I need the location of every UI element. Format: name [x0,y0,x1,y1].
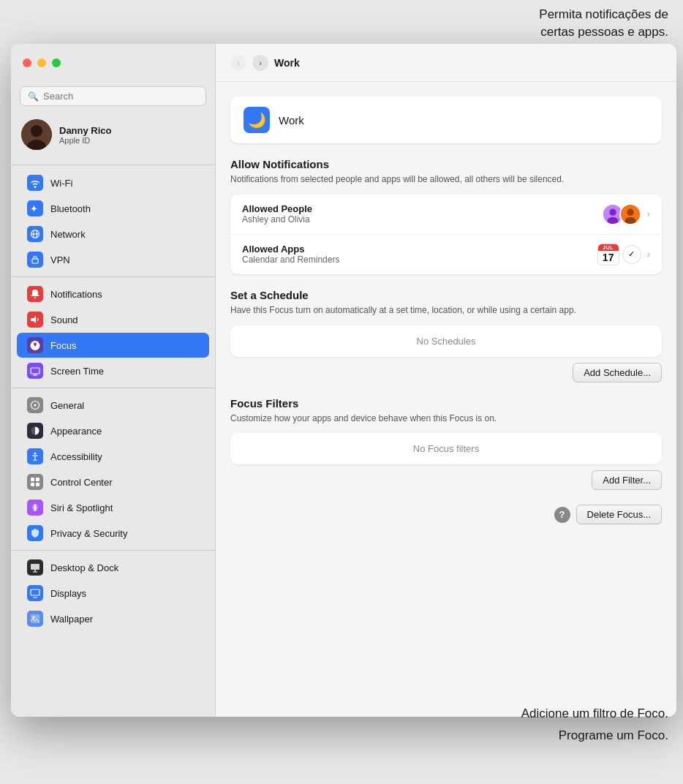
sidebar-item-appearance-label: Appearance [50,426,102,437]
svg-point-1 [31,125,42,137]
allowed-apps-right: JUL 17 ✓ › [597,244,650,265]
svg-point-13 [34,404,37,407]
no-filters-label: No Focus filters [230,433,662,464]
allowed-people-info: Allowed People Ashley and Olivia [242,203,602,225]
svg-rect-7 [32,259,38,263]
maximize-button[interactable] [52,59,61,67]
displays-icon [27,585,43,601]
minimize-button[interactable] [37,59,46,67]
svg-point-22 [34,504,36,511]
sidebar-item-desktop[interactable]: Desktop & Dock [17,555,209,580]
bluetooth-icon: ✦ [27,200,43,216]
sidebar-item-wallpaper[interactable]: Wallpaper [17,606,209,631]
add-filter-row: Add Filter... [230,470,662,490]
sidebar-item-network[interactable]: Network [17,222,209,246]
sidebar-item-bluetooth[interactable]: ✦Bluetooth [17,196,209,221]
allowed-apps-info: Allowed Apps Calendar and Reminders [242,244,597,265]
sidebar-item-notifications[interactable]: Notifications [17,282,209,306]
bottom-bar: ? Delete Focus... [230,505,662,524]
annotation-bottom: Adicione um filtro de Foco. Programe um … [521,703,668,747]
focus-icon [27,337,43,353]
annotation-add-filter: Adicione um filtro de Foco. [521,703,668,725]
help-button[interactable]: ? [554,507,570,523]
sidebar: 🔍 Danny Rico Apple ID Wi-Fi✦BluetoothNet… [11,44,216,717]
sidebar-item-appearance[interactable]: Appearance [17,418,209,443]
privacy-icon [27,525,43,541]
allowed-apps-sub: Calendar and Reminders [242,255,597,265]
sidebar-item-sound[interactable]: Sound [17,307,209,332]
cal-day: 17 [603,251,614,265]
cal-month: JUL [598,244,619,251]
scroll-area: 🌙 Work Allow Notifications Notifications… [216,82,676,717]
system-preferences-window: 🔍 Danny Rico Apple ID Wi-Fi✦BluetoothNet… [11,44,676,717]
sidebar-item-bluetooth-label: Bluetooth [50,203,91,214]
vpn-icon [27,252,43,268]
allow-notifications-desc: Notifications from selected people and a… [230,173,662,186]
page-title: Work [274,57,300,69]
sidebar-item-controlcenter[interactable]: Control Center [17,470,209,494]
network-icon [27,226,43,242]
svg-rect-26 [31,589,39,595]
allowed-people-title: Allowed People [242,203,602,214]
search-input[interactable] [43,91,198,102]
sidebar-divider-3 [11,388,215,388]
focus-filters-section: Focus Filters Customize how your apps an… [230,397,662,491]
avatar-stack [602,203,641,225]
no-schedules-label: No Schedules [230,325,662,357]
search-icon: 🔍 [28,91,39,102]
allow-notifications-section: Allow Notifications Notifications from s… [230,158,662,274]
general-icon [27,397,43,413]
focus-header-label: Work [279,114,304,127]
add-schedule-button[interactable]: Add Schedule... [573,363,662,382]
allow-notifications-title: Allow Notifications [230,158,662,170]
sound-icon [27,312,43,328]
reminders-icon: ✓ [622,245,641,264]
sidebar-item-screentime[interactable]: Screen Time [17,358,209,383]
close-button[interactable] [23,59,31,67]
content-titlebar: ‹ › Work [216,44,676,82]
user-section[interactable]: Danny Rico Apple ID [11,113,215,156]
svg-rect-16 [31,478,34,481]
sidebar-item-general[interactable]: General [17,393,209,418]
sidebar-item-network-label: Network [50,229,86,240]
sidebar-item-siri[interactable]: Siri & Spotlight [17,495,209,520]
sidebar-item-wifi[interactable]: Wi-Fi [17,170,209,195]
wifi-icon [27,175,43,191]
allowed-apps-row[interactable]: Allowed Apps Calendar and Reminders JUL … [230,235,662,274]
sidebar-item-vpn[interactable]: VPN [17,247,209,272]
allowed-apps-chevron: › [647,249,650,260]
schedule-title: Set a Schedule [230,289,662,301]
sidebar-divider-4 [11,550,215,551]
allowed-people-row[interactable]: Allowed People Ashley and Olivia [230,195,662,235]
svg-rect-18 [31,483,34,486]
allowed-people-sub: Ashley and Olivia [242,214,602,225]
allowed-apps-title: Allowed Apps [242,244,597,255]
sidebar-divider-2 [11,276,215,277]
sidebar-item-displays[interactable]: Displays [17,581,209,606]
desktop-icon [27,559,43,576]
svg-rect-17 [36,478,39,481]
delete-focus-button[interactable]: Delete Focus... [576,505,662,524]
back-icon: ‹ [237,59,240,67]
focus-filters-desc: Customize how your apps and device behav… [230,412,662,425]
avatar-olivia [619,203,641,225]
back-button[interactable]: ‹ [230,55,246,71]
sidebar-item-privacy[interactable]: Privacy & Security [17,521,209,546]
svg-rect-9 [31,368,39,374]
sidebar-item-accessibility[interactable]: Accessibility [17,444,209,469]
svg-rect-23 [31,564,39,570]
add-filter-button[interactable]: Add Filter... [592,470,662,490]
apps-icons: JUL 17 ✓ [597,244,641,265]
forward-button[interactable]: › [252,55,268,71]
allowed-people-right: › [602,203,650,225]
sidebar-item-focus[interactable]: Focus [17,333,209,358]
svg-text:✦: ✦ [30,203,38,214]
accessibility-icon [27,448,43,464]
calendar-icon: JUL 17 [597,244,619,265]
sidebar-item-focus-label: Focus [50,340,76,351]
sidebar-item-screentime-label: Screen Time [50,366,104,377]
svg-rect-28 [31,614,39,623]
search-bar[interactable]: 🔍 [20,86,206,106]
svg-rect-19 [36,483,39,486]
focus-icon-symbol: 🌙 [248,111,266,129]
